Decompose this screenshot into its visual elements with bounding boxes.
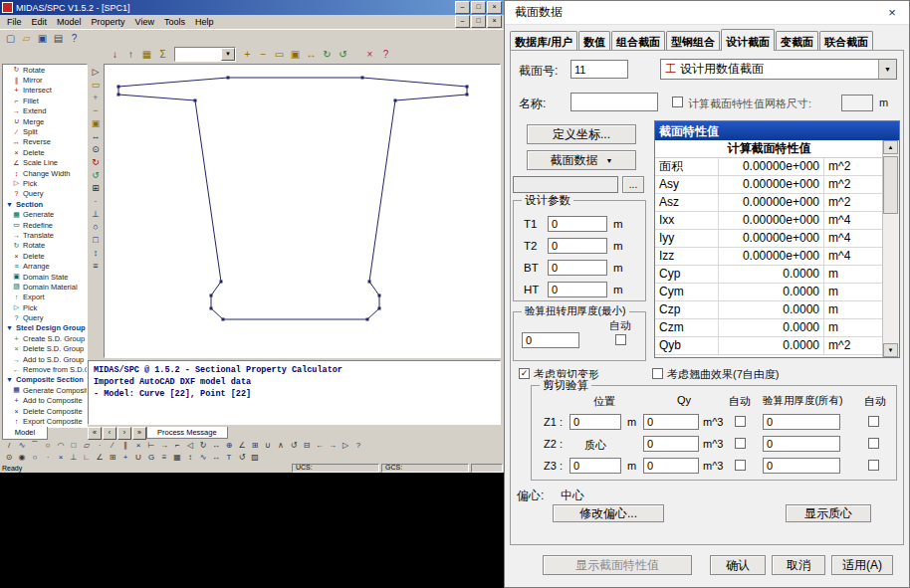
move-icon[interactable]: ↔ <box>210 441 222 451</box>
tree-item-delete-composite[interactable]: ×Delete Composite <box>3 406 87 416</box>
snap-end-icon[interactable]: ⊙ <box>3 453 15 463</box>
pan-icon[interactable]: ↔ <box>304 47 319 62</box>
arc-icon[interactable]: ⌒ <box>29 441 41 451</box>
z2-qy-auto-checkbox[interactable] <box>735 438 746 449</box>
mirror-icon[interactable]: ◁ <box>184 441 196 451</box>
menu-view[interactable]: View <box>130 17 159 27</box>
redraw-icon[interactable]: ↻ <box>320 47 335 62</box>
table-scrollbar[interactable]: ▲ ▼ <box>882 140 899 357</box>
gcs-icon[interactable]: G <box>145 453 157 463</box>
tree-item-change-width[interactable]: ↕Change Width <box>3 168 87 178</box>
erase-icon[interactable]: ⊟ <box>301 441 313 451</box>
extend-icon[interactable]: → <box>158 441 170 451</box>
close-icon[interactable]: × <box>487 1 502 14</box>
options-icon[interactable]: ≡ <box>90 260 103 272</box>
tree-item-translate[interactable]: →Translate <box>3 230 87 240</box>
scale-icon[interactable]: ∠ <box>236 441 248 451</box>
settings-icon[interactable]: ▨ <box>249 453 261 463</box>
select-icon[interactable]: ▷ <box>90 66 103 78</box>
pan-icon[interactable]: ↔ <box>90 130 103 142</box>
ucs-icon[interactable]: U <box>132 453 144 463</box>
tree-group-steel-design-group[interactable]: ▼Steel Design Group <box>3 323 87 333</box>
print-icon[interactable]: ▤ <box>51 31 66 46</box>
snap-node-icon[interactable]: · <box>42 453 54 463</box>
snap-mid-icon[interactable]: ◉ <box>16 453 28 463</box>
split-icon[interactable]: ∧ <box>275 441 287 451</box>
zoom-fit-icon[interactable]: ▣ <box>90 117 103 129</box>
zoom-fit-icon[interactable]: ▣ <box>288 47 303 62</box>
apply-button[interactable]: 适用(A) <box>831 555 893 575</box>
tree-item-pick[interactable]: ▷Pick <box>3 178 87 188</box>
divide-icon[interactable]: ∕ <box>107 441 118 451</box>
tree-item-export[interactable]: ↑Export <box>3 293 87 302</box>
dynamic-zoom-icon[interactable]: ⊙ <box>90 143 103 155</box>
ortho-icon[interactable]: ∟ <box>81 453 93 463</box>
polar-icon[interactable]: ∠ <box>94 453 106 463</box>
z1-position-input[interactable] <box>569 414 621 430</box>
measure-icon[interactable]: ↕ <box>90 247 103 259</box>
tree-item-extend[interactable]: →Extend <box>3 106 87 116</box>
trim-icon[interactable]: ⊢ <box>145 441 157 451</box>
prev-page-icon[interactable]: ‹ <box>103 427 116 440</box>
grid-size-input[interactable] <box>841 95 873 111</box>
chevron-down-icon[interactable]: ▼ <box>878 60 896 79</box>
offset-icon[interactable]: ∥ <box>119 441 131 451</box>
tree-item-generate[interactable]: ▦Generate <box>3 209 87 219</box>
param-bt-input[interactable] <box>548 260 607 276</box>
tree-item-redefine[interactable]: ▭Redefine <box>3 220 87 230</box>
section-no-input[interactable] <box>570 60 628 79</box>
snap-intersection-icon[interactable]: × <box>55 453 67 463</box>
menu-file[interactable]: File <box>2 17 27 27</box>
tab-model[interactable]: Model <box>2 427 48 440</box>
grid-icon[interactable]: ⊞ <box>90 182 103 194</box>
tree-item-fillet[interactable]: ⌐Fillet <box>3 96 87 105</box>
snap-icon[interactable]: · <box>90 195 103 207</box>
drawing-canvas[interactable] <box>104 64 501 358</box>
rectangle-icon[interactable]: □ <box>68 441 80 451</box>
redo-icon[interactable]: → <box>327 441 339 451</box>
show-section-properties-button[interactable]: 显示截面特性值 <box>543 555 692 575</box>
tree-group-composite-section[interactable]: ▼Composite Section <box>3 375 87 385</box>
first-page-icon[interactable]: « <box>88 427 102 440</box>
z3-thickness-auto-checkbox[interactable] <box>868 460 879 471</box>
element-icon[interactable]: □ <box>90 234 103 246</box>
menu-edit[interactable]: Edit <box>27 17 53 27</box>
tree-item-domain-material[interactable]: ▨Domain Material <box>3 282 87 292</box>
tab-数据库-用户[interactable]: 数据库/用户 <box>510 31 577 51</box>
tree-item-query[interactable]: ?Query <box>3 312 87 322</box>
tree-item-domain-state[interactable]: ▣Domain State <box>3 272 87 282</box>
pick-icon[interactable]: ▷ <box>340 441 351 451</box>
section-data-path-field[interactable] <box>513 176 618 193</box>
tab-设计截面[interactable]: 设计截面 <box>721 29 775 51</box>
section-property-icon[interactable]: Σ <box>155 47 170 62</box>
zoom-out-icon[interactable]: − <box>256 47 271 62</box>
tab-变截面[interactable]: 变截面 <box>776 31 818 51</box>
tree-item-pick[interactable]: ▷Pick <box>3 302 87 312</box>
tree-item-create-s-d-group[interactable]: +Create S.D. Group <box>3 333 87 343</box>
tree-item-add-to-s-d-group[interactable]: →Add to S.D. Group <box>3 354 87 364</box>
merge-icon[interactable]: ∪ <box>262 441 274 451</box>
color-icon[interactable]: ▦ <box>171 453 183 463</box>
tree-item-delete-s-d-group[interactable]: ×Delete S.D. Group <box>3 344 87 354</box>
torsion-auto-checkbox[interactable] <box>615 334 626 345</box>
consider-warping-checkbox[interactable] <box>652 368 663 379</box>
name-input[interactable] <box>570 93 658 111</box>
close-icon[interactable]: × <box>875 1 909 24</box>
delete-icon[interactable]: × <box>362 47 377 62</box>
tree-item-export-composite[interactable]: ↑Export Composite <box>3 416 87 426</box>
browse-button[interactable]: ... <box>622 176 644 193</box>
param-ht-input[interactable] <box>548 282 607 297</box>
tab-组合截面[interactable]: 组合截面 <box>611 31 665 51</box>
intersect-icon[interactable]: × <box>132 441 144 451</box>
scroll-thumb[interactable] <box>883 156 898 214</box>
z3-position-input[interactable] <box>569 458 621 474</box>
menu-model[interactable]: Model <box>52 17 87 27</box>
cancel-button[interactable]: 取消 <box>772 555 825 575</box>
modify-eccentricity-button[interactable]: 修改偏心... <box>553 504 664 522</box>
array-icon[interactable]: ⊞ <box>249 441 261 451</box>
tree-group-section[interactable]: ▼Section <box>3 199 87 209</box>
z2-thickness-input[interactable] <box>763 436 840 452</box>
node-icon[interactable]: ○ <box>90 221 103 233</box>
scroll-up-icon[interactable]: ▲ <box>883 140 898 154</box>
help-icon[interactable]: ? <box>67 31 82 46</box>
